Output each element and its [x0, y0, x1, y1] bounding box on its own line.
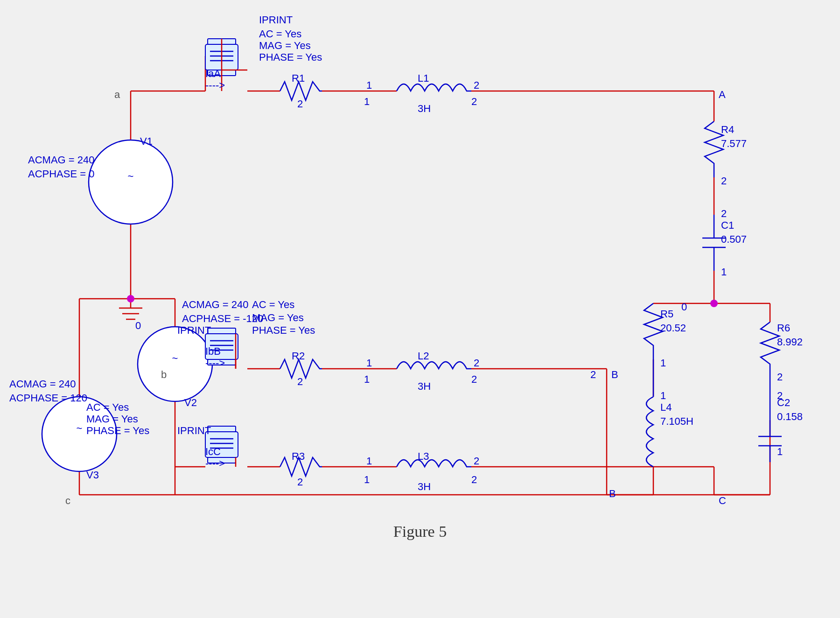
v2-label: V2	[184, 397, 197, 408]
r2-label: R2	[292, 350, 305, 362]
l4-value: 7.105H	[660, 415, 693, 427]
v3-acphase: ACPHASE = 120	[9, 392, 87, 404]
node-c-label: c	[65, 495, 70, 506]
r3-node1: 1	[366, 455, 372, 467]
svg-point-59	[138, 327, 212, 401]
c1-node2: 2	[721, 208, 727, 219]
iprint-a-ac: AC = Yes	[259, 28, 301, 40]
iprint-b-mag: MAG = Yes	[252, 312, 304, 323]
c1-node1: 1	[721, 266, 727, 278]
iprint-b-ac: AC = Yes	[252, 299, 294, 310]
node-b-label: b	[161, 369, 167, 380]
iprint-a-mag: MAG = Yes	[259, 40, 311, 51]
svg-text:~: ~	[77, 422, 83, 434]
svg-point-87	[710, 300, 718, 307]
iprint-b-iprint-label: IPRINT	[177, 324, 211, 336]
l1-node2: 2	[471, 96, 477, 107]
iprint-c-mag: MAG = Yes	[86, 413, 138, 425]
r5-value: 20.52	[660, 322, 686, 334]
v1-acphase: ACPHASE = 0	[28, 168, 94, 180]
r6-value: 8.992	[777, 336, 803, 348]
l3-label: L3	[418, 450, 429, 462]
r3-label: R3	[292, 450, 305, 462]
r6-node2: 2	[777, 371, 783, 383]
r2-node1: 1	[366, 357, 372, 369]
l3-value: 3H	[418, 481, 431, 492]
l2-label: L2	[418, 350, 429, 362]
c1-value: 0.507	[721, 233, 747, 245]
l1-label: L1	[418, 72, 429, 84]
r1-node1: 1	[366, 79, 372, 91]
iprint-c-ac: AC = Yes	[86, 401, 129, 413]
l3-node1: 1	[364, 474, 370, 485]
c2-node2: 2	[777, 390, 783, 401]
r4-value: 7.577	[721, 138, 747, 149]
c1-label: C1	[721, 219, 734, 231]
l1-value: 3H	[418, 103, 431, 114]
r4-node2: 2	[721, 175, 727, 187]
c2-value: 0.158	[777, 411, 803, 422]
iprint-a-label: IPRINT	[259, 14, 293, 26]
iprint-a-phase: PHASE = Yes	[259, 51, 322, 63]
l2-node1: 1	[364, 373, 370, 385]
r4-label: R4	[721, 124, 734, 135]
r3-node2: 2	[297, 476, 303, 488]
node-B-label: B	[611, 369, 618, 380]
iprint-a-arrow: ---->	[205, 79, 225, 91]
l4-node1: 1	[660, 390, 666, 401]
v3-label: V3	[86, 469, 99, 481]
l1-node1: 1	[364, 96, 370, 107]
svg-rect-80	[208, 426, 236, 432]
node-B-right: 2	[590, 369, 596, 380]
l3-node2: 2	[471, 474, 477, 485]
iprint-c-iprint-label: IPRINT	[177, 425, 211, 436]
l2-node2: 2	[471, 373, 477, 385]
iprint-b-phase: PHASE = Yes	[252, 324, 315, 336]
r5-node1: 1	[660, 357, 666, 369]
l4-label: L4	[660, 401, 672, 413]
r1-node2: 2	[297, 98, 303, 110]
r1-label: R1	[292, 72, 305, 84]
l1-node2-right: 2	[474, 79, 479, 91]
svg-rect-73	[208, 328, 236, 334]
c2-node1: 1	[777, 446, 783, 457]
iprint-c-arrow: ---->	[205, 457, 225, 469]
ground-label: 0	[135, 320, 141, 331]
iprint-b-current: IbB	[205, 345, 221, 357]
iprint-c-current: IcC	[205, 446, 221, 457]
r5-node0: 0	[681, 301, 687, 313]
l3-node2-right: 2	[474, 455, 479, 467]
iprint-c-phase: PHASE = Yes	[86, 425, 149, 436]
node-A-label: A	[719, 89, 726, 100]
figure-label: Figure 5	[393, 523, 447, 540]
r5-label: R5	[660, 308, 673, 320]
l2-node2-right: 2	[474, 357, 479, 369]
node-B2-label: B	[609, 488, 616, 499]
svg-point-57	[89, 140, 173, 224]
node-C-label: C	[719, 495, 726, 506]
node-a-label: a	[114, 89, 120, 100]
v2-acphase: ACPHASE = -120	[182, 313, 263, 324]
v2-acmag: ACMAG = 240	[182, 299, 248, 310]
r2-node2: 2	[297, 376, 303, 387]
svg-point-86	[127, 295, 134, 302]
iprint-b-arrow: ---->	[205, 357, 225, 369]
v3-acmag: ACMAG = 240	[9, 378, 76, 390]
r6-label: R6	[777, 322, 790, 334]
iprint-a-current: IaA	[205, 68, 221, 79]
v1-acmag: ACMAG = 240	[28, 154, 94, 166]
svg-text:~: ~	[128, 170, 134, 182]
l2-value: 3H	[418, 380, 431, 392]
v1-label: V1	[140, 135, 153, 147]
svg-text:~: ~	[172, 352, 178, 364]
